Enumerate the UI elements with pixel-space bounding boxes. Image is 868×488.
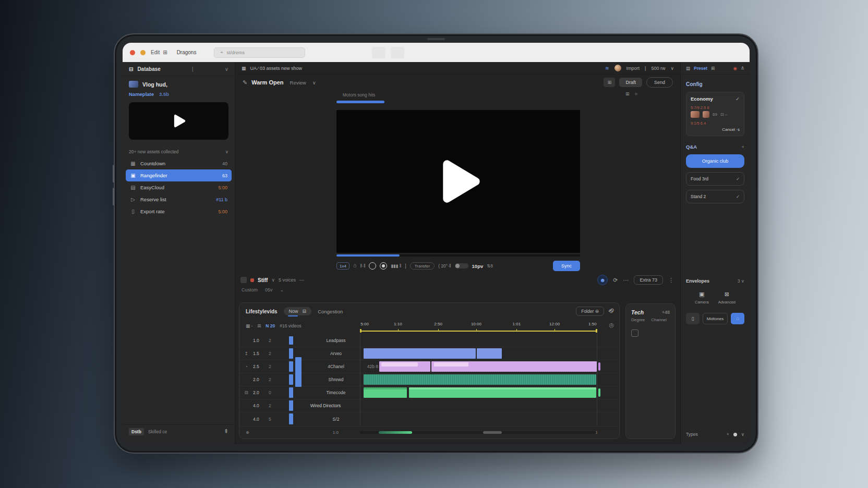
stack-icon[interactable]: ≛	[741, 66, 744, 71]
custom-row[interactable]: Custom 05v ⌄	[242, 287, 284, 292]
emoji-button[interactable]: ☻	[597, 275, 608, 285]
pin-icon[interactable]: ↥	[239, 351, 253, 356]
view-toggle-icons[interactable]: ⊞ ⌗	[625, 91, 640, 97]
track-row-leadpass[interactable]: 1.0 2 Leadpass	[239, 334, 619, 347]
sidebar-item-countdown[interactable]: ▦ Countdown 40	[126, 157, 232, 169]
track-row-timecode[interactable]: ⊟ 2.0 0 Timecode ●	[239, 386, 619, 399]
play-icon[interactable]	[430, 153, 487, 210]
timeline-ruler[interactable]: 5:00 1:10 2:50 10:00 1:01 12:00 1:50	[360, 321, 597, 333]
sidebar-item-reserve-list[interactable]: ▷ Reserve list #11 b	[126, 193, 232, 205]
clip-lane[interactable]	[360, 386, 597, 399]
sidebar-video-thumbnail[interactable]	[129, 102, 228, 140]
folder-button[interactable]: Folder ⊖	[576, 307, 604, 316]
record-active-button[interactable]	[380, 262, 387, 270]
timeline-scrollbar[interactable]	[360, 431, 596, 434]
clip-lane[interactable]	[360, 399, 597, 412]
types-label[interactable]: Types	[686, 432, 698, 437]
layout-icon[interactable]: ▤	[686, 66, 690, 71]
send-button[interactable]: Send	[646, 77, 673, 88]
qa-section-header[interactable]: Q&A +	[686, 144, 744, 150]
chevron-down-icon[interactable]: ∨	[741, 432, 744, 437]
view-dropdown[interactable]: Now ⊟	[284, 307, 312, 315]
sidebar-item-easycloud[interactable]: ▤ EasyCloud 5:00	[126, 181, 232, 193]
camera-item[interactable]: ▣ Camera	[695, 291, 709, 304]
nameplate-link[interactable]: Nameplate	[129, 91, 154, 97]
chevron-down-icon[interactable]: ∨	[312, 80, 316, 86]
timeline-clip-green[interactable]	[364, 387, 407, 398]
target-icon[interactable]: ◎	[609, 322, 614, 328]
envelopes-header[interactable]: Envelopes 3 ∨	[686, 278, 744, 284]
crop-icon[interactable]: ⊡ –	[720, 112, 727, 117]
chevron-down-icon[interactable]: ∨	[225, 149, 228, 154]
extra-button[interactable]: Extra 73	[634, 275, 663, 285]
speed-chip[interactable]: 1x4	[336, 262, 349, 270]
toolbar-button[interactable]	[391, 47, 404, 58]
chevron-down-icon[interactable]: ∨	[670, 66, 674, 71]
refresh-icon[interactable]: ⟳	[613, 277, 618, 284]
add-icon[interactable]: ⊞	[257, 323, 261, 328]
plus-icon[interactable]: +	[727, 432, 729, 437]
economy-card[interactable]: Economy ✓ 5:7/9 2.5 8 69 ⊡ – 9:1/5 6.4 C…	[686, 92, 744, 136]
zoom-icon[interactable]: ⊕	[246, 430, 249, 435]
play-icon[interactable]	[169, 111, 189, 131]
sidebar-project[interactable]: Vlog hud,	[123, 76, 235, 90]
midtones-button[interactable]: Midtones	[703, 313, 728, 324]
plus-icon[interactable]: +	[741, 144, 744, 150]
option-food-3rd[interactable]: Food 3rd ✓	[686, 172, 744, 186]
more-dots-icon[interactable]: ⋯	[623, 277, 629, 284]
layout-toggle-button[interactable]: ▯	[686, 313, 700, 324]
sidebar-item-export-rate[interactable]: ▯ Export rate 5:00	[126, 205, 232, 217]
browser-menu[interactable]: Edit ⊞	[151, 50, 167, 55]
kebab-icon[interactable]: ⋮	[668, 277, 674, 284]
confirm-blue-button[interactable]: ◌	[731, 313, 744, 324]
flip-icon[interactable]: ⇅8	[487, 263, 493, 269]
import-button[interactable]: Import	[626, 66, 640, 71]
upload-icon[interactable]: ⇞	[224, 428, 228, 435]
timeline-clip-green[interactable]	[409, 387, 596, 398]
close-window-button[interactable]	[130, 50, 135, 55]
clip-lane[interactable]	[360, 373, 597, 386]
draft-button[interactable]: Draft	[619, 78, 642, 87]
clip-lane[interactable]	[360, 347, 597, 360]
lock-icon[interactable]: ⊟	[239, 390, 253, 395]
refresh-icon[interactable]: ⟲	[609, 307, 614, 314]
timeline-clip-video[interactable]	[431, 361, 596, 372]
queue-icon[interactable]: ≋	[605, 66, 609, 71]
sidebar-item-rangefinder[interactable]: ▣ Rangefinder 63	[126, 169, 232, 181]
advanced-item[interactable]: ⊠ Advanced	[718, 291, 736, 304]
clock-icon[interactable]: ◔	[239, 364, 253, 369]
grid-icon[interactable]: ⊞	[711, 66, 715, 71]
preset-button[interactable]: Preset	[694, 66, 707, 71]
timeline-clip-audio[interactable]	[364, 348, 476, 359]
checkbox-icon[interactable]	[240, 277, 247, 283]
track-row-wired[interactable]: 4.0 2 Wired Directors	[239, 399, 619, 412]
comment-title[interactable]: Stiff	[258, 277, 268, 283]
browser-tab[interactable]: Dragons	[177, 50, 197, 55]
thumbnail[interactable]	[691, 111, 700, 118]
sidebar-section-header[interactable]: 20+ new assets collected ∨	[123, 141, 235, 157]
toolbar-button[interactable]	[372, 47, 385, 58]
toggle-switch[interactable]	[455, 263, 468, 269]
tab-congestion[interactable]: Congestion	[318, 309, 343, 314]
video-preview[interactable]	[336, 110, 580, 253]
edit-icon[interactable]: ✎	[243, 79, 247, 86]
record-button[interactable]	[369, 262, 376, 270]
project-status[interactable]: Review	[290, 80, 306, 86]
timeline-clip-video[interactable]	[379, 361, 430, 372]
option-stand-2[interactable]: Stand 2 ✓	[686, 190, 744, 203]
organic-club-button[interactable]: Organic club	[686, 154, 744, 168]
timer-icon[interactable]: ⏱	[353, 263, 357, 269]
seek-bar[interactable]	[336, 254, 580, 257]
cancel-action[interactable]: Cancel ·s	[722, 127, 740, 132]
chevron-down-icon[interactable]: ∨	[225, 66, 228, 72]
clip-lane[interactable]	[360, 360, 597, 373]
track-row-shrewd[interactable]: 2.0 2 Shrewd 4 · 5	[239, 373, 619, 386]
scrollbar-handle[interactable]	[483, 431, 502, 434]
chevron-down-icon[interactable]: ∨	[271, 277, 275, 283]
record-icon[interactable]: ◉	[733, 66, 737, 71]
envelopes-count[interactable]: 3 ∨	[738, 278, 744, 284]
share-label[interactable]: 500 rw	[651, 66, 665, 71]
grid-icon[interactable]: ▦ -	[246, 323, 252, 328]
empty-checkbox[interactable]	[631, 330, 638, 337]
timeline-clip-audio[interactable]	[477, 348, 502, 359]
